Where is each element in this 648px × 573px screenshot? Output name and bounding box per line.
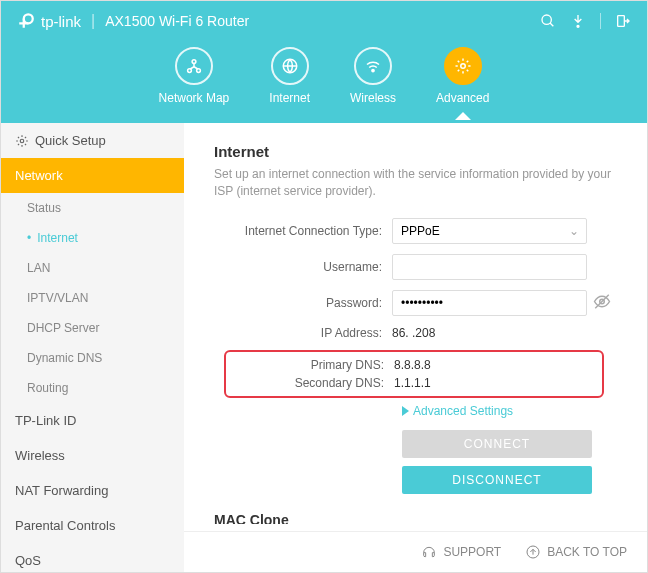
disconnect-button[interactable]: DISCONNECT [402,466,592,494]
sidebar: Quick Setup Network Status Internet LAN … [1,123,184,572]
logout-icon[interactable] [615,13,631,29]
primary-dns-value: 8.8.8.8 [394,358,602,372]
sidebar-qos[interactable]: QoS [1,543,184,572]
main-nav: Network Map Internet Wireless Advanced [1,41,647,105]
nav-internet[interactable]: Internet [269,47,310,105]
arrow-up-circle-icon [525,544,541,560]
sidebar-tplink-id[interactable]: TP-Link ID [1,403,184,438]
sidebar-sub-dhcp[interactable]: DHCP Server [1,313,184,343]
svg-point-3 [577,25,579,27]
password-input[interactable] [392,290,587,316]
sidebar-sub-iptv-vlan[interactable]: IPTV/VLAN [1,283,184,313]
section-title: Internet [214,143,617,160]
gear-icon [454,57,472,75]
sidebar-quick-setup[interactable]: Quick Setup [1,123,184,158]
nav-advanced[interactable]: Advanced [436,47,489,105]
label-ip-address: IP Address: [214,326,392,340]
dns-highlight-box: Primary DNS: 8.8.8.8 Secondary DNS: 1.1.… [224,350,604,398]
svg-line-2 [550,23,553,26]
sidebar-sub-dynamic-dns[interactable]: Dynamic DNS [1,343,184,373]
gear-icon [15,134,29,148]
svg-point-1 [542,15,551,24]
secondary-dns-value: 1.1.1.1 [394,376,602,390]
globe-icon [281,57,299,75]
mac-clone-title: MAC Clone [214,512,617,524]
svg-point-10 [460,64,465,69]
eye-off-icon[interactable] [593,292,611,313]
advanced-settings-link[interactable]: Advanced Settings [402,404,617,418]
sidebar-parental-controls[interactable]: Parental Controls [1,508,184,543]
ip-address-value: 86. .208 [392,326,617,340]
label-password: Password: [214,296,392,310]
header-divider: | [91,12,95,30]
svg-point-11 [20,139,24,143]
username-input[interactable] [392,254,587,280]
footer: SUPPORT BACK TO TOP [184,531,647,572]
sidebar-wireless[interactable]: Wireless [1,438,184,473]
svg-point-0 [24,14,33,23]
nav-network-map[interactable]: Network Map [159,47,230,105]
label-username: Username: [214,260,392,274]
label-conn-type: Internet Connection Type: [214,224,392,238]
header: tp-link | AX1500 Wi-Fi 6 Router Network … [1,1,647,123]
content-area: Internet Set up an internet connection w… [184,123,647,572]
header-separator [600,13,601,29]
brand-logo: tp-link [17,12,81,30]
headset-icon [421,544,437,560]
label-primary-dns: Primary DNS: [226,358,394,372]
tplink-logo-icon [17,12,35,30]
sidebar-network[interactable]: Network [1,158,184,193]
section-desc: Set up an internet connection with the s… [214,166,617,200]
wifi-icon [364,57,382,75]
search-icon[interactable] [540,13,556,29]
sidebar-sub-status[interactable]: Status [1,193,184,223]
support-button[interactable]: SUPPORT [421,544,501,560]
sidebar-nat-forwarding[interactable]: NAT Forwarding [1,473,184,508]
connection-type-select[interactable] [392,218,587,244]
update-icon[interactable] [570,13,586,29]
network-map-icon [185,57,203,75]
brand-text: tp-link [41,13,81,30]
connect-button[interactable]: CONNECT [402,430,592,458]
svg-point-9 [372,69,374,71]
sidebar-sub-lan[interactable]: LAN [1,253,184,283]
label-secondary-dns: Secondary DNS: [226,376,394,390]
svg-point-5 [192,60,196,64]
back-to-top-button[interactable]: BACK TO TOP [525,544,627,560]
triangle-right-icon [402,406,409,416]
sidebar-sub-routing[interactable]: Routing [1,373,184,403]
svg-rect-4 [618,16,625,27]
nav-wireless[interactable]: Wireless [350,47,396,105]
sidebar-sub-internet[interactable]: Internet [1,223,184,253]
product-name: AX1500 Wi-Fi 6 Router [105,13,249,29]
